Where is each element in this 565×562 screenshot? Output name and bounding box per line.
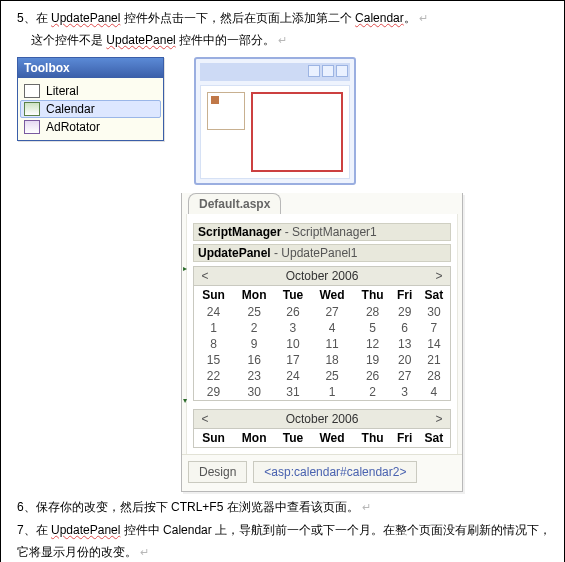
toolbox-items: Literal Calendar AdRotator bbox=[18, 78, 163, 140]
table-row: 2930311234 bbox=[194, 384, 450, 400]
adrotator-icon bbox=[24, 120, 40, 134]
window-button-icon bbox=[308, 65, 320, 77]
toolbox-item-label: Literal bbox=[46, 84, 79, 98]
return-mark: ↵ bbox=[359, 501, 371, 513]
updatepanel-tag: UpdatePanel - UpdatePanel1 bbox=[193, 244, 451, 262]
designer-tabs: Default.aspx bbox=[182, 193, 462, 214]
toolbox-panel: Toolbox Literal Calendar AdRotator bbox=[17, 57, 164, 141]
file-tab[interactable]: Default.aspx bbox=[188, 193, 281, 214]
table-row: 1234567 bbox=[194, 320, 450, 336]
illustration-row: Toolbox Literal Calendar AdRotator bbox=[11, 53, 556, 185]
calendar-grid: SunMonTueWedThuFriSat bbox=[194, 429, 450, 447]
cal-next[interactable]: > bbox=[428, 410, 450, 428]
tag-path[interactable]: <asp:calendar#calendar2> bbox=[253, 461, 417, 483]
small-calendar-glyph bbox=[207, 92, 245, 130]
step7-line1: 7、在 UpdatePanel 控件中 Calendar 上，导航到前一个或下一… bbox=[11, 521, 556, 543]
calendar-icon bbox=[24, 102, 40, 116]
table-row: 891011121314 bbox=[194, 336, 450, 352]
calendar1: < October 2006 > SunMonTueWedThuFriSat 2… bbox=[193, 266, 451, 401]
form-preview bbox=[194, 57, 356, 185]
cal-prev[interactable]: < bbox=[194, 267, 216, 285]
return-mark: ↵ bbox=[137, 546, 149, 558]
form-body bbox=[200, 85, 350, 179]
cal-title: October 2006 bbox=[216, 410, 428, 428]
table-row: 15161718192021 bbox=[194, 352, 450, 368]
toolbox-item-literal[interactable]: Literal bbox=[20, 82, 161, 100]
calendar-grid: SunMonTueWedThuFriSat 24252627282930 123… bbox=[194, 286, 450, 400]
window-button-icon bbox=[322, 65, 334, 77]
step7-line2: 它将显示月份的改变。↵ bbox=[11, 543, 556, 562]
calendar2: < October 2006 > SunMonTueWedThuFriSat bbox=[193, 409, 451, 448]
step5-line2: 这个控件不是 UpdatePanel 控件中的一部分。↵ bbox=[11, 31, 556, 53]
drop-target-outline bbox=[251, 92, 343, 172]
toolbox-title: Toolbox bbox=[18, 58, 163, 78]
step6: 6、保存你的改变，然后按下 CTRL+F5 在浏览器中查看该页面。↵ bbox=[11, 498, 556, 520]
literal-icon bbox=[24, 84, 40, 98]
cal-title: October 2006 bbox=[216, 267, 428, 285]
window-button-icon bbox=[336, 65, 348, 77]
form-titlebar bbox=[200, 63, 350, 81]
step5-line1: 5、在 UpdatePanel 控件外点击一下，然后在页面上添加第二个 Cale… bbox=[11, 9, 556, 31]
toolbox-item-adrotator[interactable]: AdRotator bbox=[20, 118, 161, 136]
designer-bottom-bar: Design <asp:calendar#calendar2> bbox=[182, 454, 462, 491]
table-row: 22232425262728 bbox=[194, 368, 450, 384]
return-mark: ↵ bbox=[416, 12, 428, 24]
scriptmanager-tag: ScriptManager - ScriptManager1 bbox=[193, 223, 451, 241]
cal-prev[interactable]: < bbox=[194, 410, 216, 428]
toolbox-item-calendar[interactable]: Calendar bbox=[20, 100, 161, 118]
table-row: 24252627282930 bbox=[194, 304, 450, 320]
cal-next[interactable]: > bbox=[428, 267, 450, 285]
toolbox-item-label: Calendar bbox=[46, 102, 95, 116]
design-button[interactable]: Design bbox=[188, 461, 247, 483]
return-mark: ↵ bbox=[275, 34, 287, 46]
designer-panel: Default.aspx ScriptManager - ScriptManag… bbox=[181, 193, 463, 492]
updatepanel-region: < October 2006 > SunMonTueWedThuFriSat 2… bbox=[193, 266, 451, 401]
toolbox-item-label: AdRotator bbox=[46, 120, 100, 134]
